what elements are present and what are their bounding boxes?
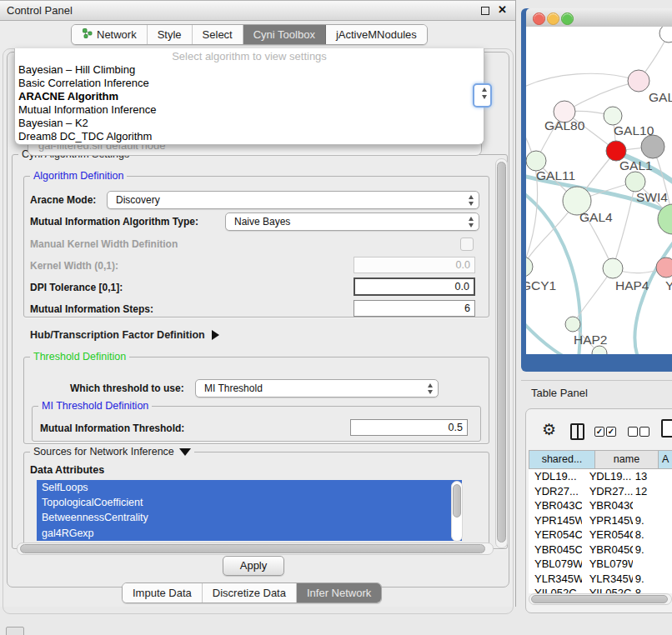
- tab-network[interactable]: Network: [72, 25, 148, 44]
- table-cell: 9.: [633, 572, 672, 587]
- table-cell: 9.: [633, 513, 672, 528]
- network-node-gcy1[interactable]: [526, 257, 533, 277]
- apply-button[interactable]: Apply: [223, 556, 284, 576]
- tab-discretize-data[interactable]: Discretize Data: [203, 583, 297, 602]
- table-row[interactable]: YER054CYER054C8.: [529, 528, 672, 542]
- tab-cyni-toolbox[interactable]: Cyni Toolbox: [243, 25, 326, 44]
- minimized-panel-icon[interactable]: [6, 627, 24, 635]
- table-cell: 9.: [633, 542, 672, 558]
- attribute-list-item[interactable]: SelfLoops: [37, 480, 462, 495]
- table-cell: [633, 498, 672, 513]
- zoom-traffic-light-icon[interactable]: [561, 12, 574, 25]
- mi-algorithm-type-value: Naive Bayes: [234, 216, 290, 228]
- control-panel-title: Control Panel: [7, 4, 73, 17]
- tab-infer-network[interactable]: Infer Network: [297, 583, 381, 602]
- aracne-mode-combo[interactable]: Discovery: [107, 191, 479, 209]
- minimize-traffic-light-icon[interactable]: [547, 12, 559, 25]
- attribute-list-item[interactable]: BetweennessCentrality: [37, 510, 462, 525]
- node-label: Y: [665, 278, 672, 292]
- column-header[interactable]: name: [595, 450, 659, 469]
- close-icon[interactable]: ✕: [498, 3, 507, 16]
- node-label: GAL80: [544, 118, 585, 132]
- table-cell: YPR145W: [529, 513, 582, 528]
- node-label: GAL: [649, 90, 672, 104]
- checked-checkbox-icon[interactable]: ✓: [594, 427, 604, 437]
- gear-icon[interactable]: ⚙: [542, 420, 556, 439]
- table-row[interactable]: YDL19...YDL19...13: [529, 469, 672, 484]
- columns-icon[interactable]: [570, 423, 584, 440]
- table-cell: YER054C: [529, 528, 582, 542]
- attributes-scrollbar[interactable]: [451, 481, 463, 542]
- mi-threshold-field[interactable]: [350, 419, 468, 436]
- stepper-down-icon: [469, 202, 474, 206]
- table-row[interactable]: YDR27...YDR27...12: [529, 484, 672, 499]
- network-node-y[interactable]: [656, 258, 672, 278]
- network-node-gal10[interactable]: [604, 107, 622, 125]
- table-cell: YIL052C: [582, 586, 633, 593]
- settings-vertical-scrollbar[interactable]: [495, 158, 508, 548]
- network-node[interactable]: [641, 135, 664, 158]
- algorithm-option[interactable]: ARACNE Algorithm: [15, 90, 484, 103]
- network-node-swi4[interactable]: [625, 172, 645, 192]
- network-node-hap2[interactable]: [565, 317, 580, 332]
- settings-horizontal-scrollbar[interactable]: [17, 542, 494, 555]
- manual-kernel-width-checkbox[interactable]: [460, 238, 474, 251]
- tab-label: Discretize Data: [213, 584, 286, 602]
- algorithm-option[interactable]: Basic Correlation Inference: [15, 77, 484, 90]
- table-cell: [633, 557, 672, 572]
- mi-algorithm-type-label: Mutual Information Algorithm Type:: [30, 216, 198, 228]
- checked-checkbox-icon[interactable]: ✓: [606, 427, 616, 437]
- table-row[interactable]: YBR043CYBR043C: [529, 498, 672, 513]
- screen: Control Panel ✕ NetworkStyleSelectCyni T…: [0, 0, 672, 635]
- mi-steps-field[interactable]: [354, 300, 475, 317]
- unchecked-checkbox-icon[interactable]: [628, 427, 638, 437]
- stepper-down-icon: [428, 390, 433, 394]
- float-window-icon[interactable]: [481, 7, 489, 15]
- table-cell: YDL19...: [582, 469, 633, 484]
- algorithm-option[interactable]: Bayesian – K2: [15, 117, 484, 130]
- network-canvas[interactable]: GALGAL80GAL10GAL1GAL11SWI4GAL4GCY1HAP4YH…: [526, 27, 672, 354]
- hub-tf-definition-toggle[interactable]: Hub/Transcription Factor Definition: [30, 329, 219, 341]
- table-horizontal-scrollbar[interactable]: [529, 593, 672, 605]
- table-row[interactable]: YLR345WYLR345W9.: [529, 572, 672, 587]
- close-traffic-light-icon[interactable]: [533, 12, 545, 25]
- table-cell: YDR27...: [582, 484, 633, 499]
- which-threshold-combo[interactable]: MI Threshold: [195, 379, 439, 398]
- algorithm-option[interactable]: Dream8 DC_TDC Algorithm: [15, 130, 484, 143]
- stepper-down-icon: [482, 95, 487, 99]
- tab-select[interactable]: Select: [193, 25, 243, 44]
- sources-group-title[interactable]: Sources for Network Inference: [30, 446, 194, 458]
- table-row[interactable]: YPR145WYPR145W9.: [529, 513, 672, 528]
- attribute-list-item[interactable]: gal4RGexp: [37, 526, 462, 541]
- stepper-up-icon: [469, 217, 474, 221]
- column-header[interactable]: A: [659, 450, 672, 469]
- tab-label: Cyni Toolbox: [253, 26, 315, 44]
- kernel-width-field[interactable]: [354, 257, 475, 273]
- mi-algorithm-type-combo[interactable]: Naive Bayes: [225, 212, 479, 231]
- tab-impute-data[interactable]: Impute Data: [123, 583, 203, 602]
- which-threshold-value: MI Threshold: [204, 382, 263, 394]
- algorithm-option[interactable]: Bayesian – Hill Climbing: [15, 63, 484, 77]
- attribute-list-item[interactable]: TopologicalCoefficient: [37, 495, 462, 510]
- data-attributes-list[interactable]: SelfLoopsTopologicalCoefficientBetweenne…: [37, 480, 462, 541]
- tab-style[interactable]: Style: [148, 25, 193, 44]
- column-header[interactable]: shared...: [529, 450, 595, 469]
- table-row[interactable]: YBR045CYBR045C9.: [529, 542, 672, 558]
- dpi-tolerance-field[interactable]: [354, 278, 475, 296]
- table-cell: YBL079W: [582, 557, 633, 572]
- panel-divider: [521, 380, 672, 381]
- document-icon[interactable]: [661, 419, 672, 438]
- table-row[interactable]: YIL052CYIL052C8: [529, 586, 672, 593]
- unchecked-checkbox-icon[interactable]: [639, 427, 649, 437]
- network-window-titlebar[interactable]: [526, 8, 672, 28]
- network-node[interactable]: [659, 27, 672, 42]
- network-node[interactable]: [592, 346, 607, 354]
- table-row[interactable]: YBL079WYBL079W: [529, 557, 672, 572]
- network-node-gal[interactable]: [628, 70, 649, 92]
- control-panel-titlebar[interactable]: Control Panel ✕: [0, 1, 515, 21]
- manual-kernel-width-label: Manual Kernel Width Definition: [30, 238, 178, 250]
- algorithm-option[interactable]: Mutual Information Inference: [15, 103, 484, 117]
- tab-jactivemnodules[interactable]: jActiveMNodules: [326, 25, 427, 44]
- network-node-hap4[interactable]: [603, 258, 623, 278]
- focused-combo-spinner[interactable]: [473, 83, 492, 108]
